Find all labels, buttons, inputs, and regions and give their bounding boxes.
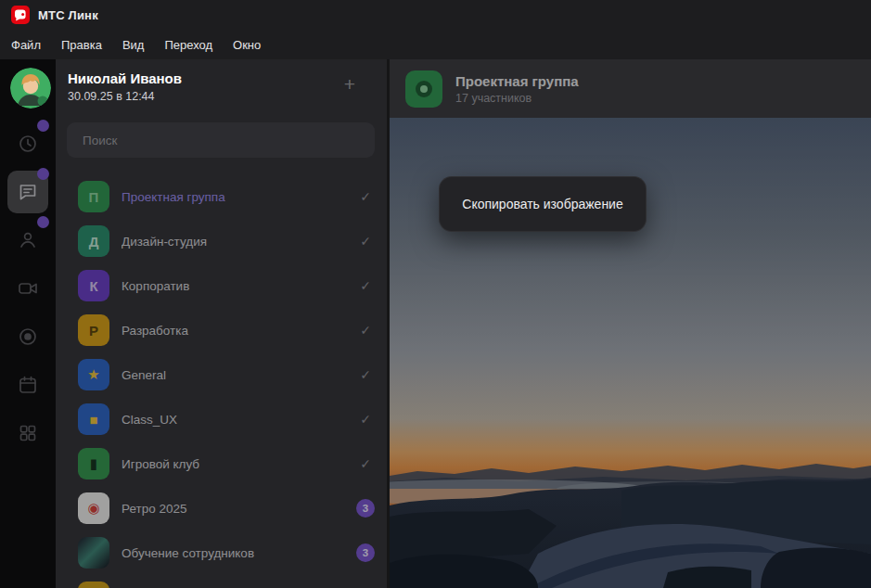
sidebar-rail xyxy=(0,59,56,588)
chats-icon xyxy=(17,181,39,203)
chat-avatar: К xyxy=(78,270,109,301)
app-body: Николай Иванов 30.09.25 в 12:44 + Поиск … xyxy=(0,59,871,588)
chat-list-item[interactable]: ■Class_UX✓ xyxy=(56,397,387,441)
context-menu-item-copy-image[interactable]: Скопировать изображение xyxy=(456,196,628,212)
chat-avatar xyxy=(78,537,109,569)
sidebar-item-meetings[interactable] xyxy=(7,267,48,310)
chat-avatar: ▮ xyxy=(78,448,109,479)
sidebar-item-history[interactable] xyxy=(7,122,48,165)
sidebar-item-calendar[interactable] xyxy=(7,364,48,406)
context-menu: Скопировать изображение xyxy=(439,176,647,232)
profile-name: Николай Иванов xyxy=(68,70,182,86)
contacts-icon xyxy=(17,229,39,251)
meetings-icon xyxy=(17,277,39,300)
chat-list-item[interactable]: ККорпоратив✓ xyxy=(56,263,387,308)
menu-правка[interactable]: Правка xyxy=(51,32,112,57)
chat-list-item[interactable]: ★General✓ xyxy=(56,352,387,397)
window-title: МТС Линк xyxy=(38,8,98,22)
boards-icon xyxy=(17,422,39,444)
chat-name: Игровой клуб xyxy=(122,457,344,471)
chat-avatar: ★ xyxy=(78,359,109,390)
sidebar-item-contacts[interactable] xyxy=(7,219,48,262)
chat-list-item[interactable]: ППроектная группа✓ xyxy=(56,174,387,219)
sidebar-rail-items xyxy=(0,122,56,460)
chat-list-item[interactable]: ◉Ретро 20253 xyxy=(56,486,387,530)
search-placeholder: Поиск xyxy=(83,134,117,147)
conversation-area: Проектная группа 17 участников xyxy=(390,59,871,588)
search-input[interactable]: Поиск xyxy=(67,122,375,158)
conversation-header[interactable]: Проектная группа 17 участников xyxy=(390,59,871,118)
read-check-icon: ✓ xyxy=(344,411,387,428)
read-check-icon: ✓ xyxy=(344,188,387,205)
record-icon xyxy=(17,326,39,348)
chat-avatar: Д xyxy=(78,225,109,257)
chat-list-item[interactable]: Обучение сотрудников3 xyxy=(56,530,387,575)
history-icon xyxy=(17,133,39,155)
chat-name: Обучение сотрудников xyxy=(122,546,344,560)
unread-count-badge: 3 xyxy=(344,499,387,518)
sidebar-item-chats[interactable] xyxy=(7,171,48,213)
read-check-icon: ✓ xyxy=(344,277,387,294)
notification-badge xyxy=(37,120,49,132)
sidebar-item-boards[interactable] xyxy=(7,412,48,454)
notification-badge xyxy=(37,168,49,180)
chat-avatar: ◉ xyxy=(78,492,109,524)
chat-panel: Николай Иванов 30.09.25 в 12:44 + Поиск … xyxy=(56,59,387,588)
profile-header[interactable]: Николай Иванов 30.09.25 в 12:44 xyxy=(68,70,182,103)
notification-badge xyxy=(37,216,49,228)
user-avatar[interactable] xyxy=(10,68,51,109)
chat-list-item[interactable] xyxy=(56,575,387,588)
menu-окно[interactable]: Окно xyxy=(223,32,271,57)
read-check-icon: ✓ xyxy=(344,366,387,383)
menu-bar: ФайлПравкаВидПереходОкно xyxy=(0,30,871,59)
chat-list: ППроектная группа✓ДДизайн-студия✓ККорпор… xyxy=(56,174,387,588)
menu-вид[interactable]: Вид xyxy=(112,32,155,57)
unread-count-badge: 3 xyxy=(344,543,387,562)
chat-name: Ретро 2025 xyxy=(122,502,344,516)
chat-name: Дизайн-студия xyxy=(122,235,344,249)
read-check-icon: ✓ xyxy=(344,455,387,472)
chat-name: Корпоратив xyxy=(122,279,344,293)
new-chat-button[interactable]: + xyxy=(339,74,361,95)
chat-avatar: ■ xyxy=(78,403,109,435)
conversation-avatar xyxy=(405,70,442,108)
menu-файл[interactable]: Файл xyxy=(0,32,51,57)
menu-переход[interactable]: Переход xyxy=(154,32,223,57)
title-bar: МТС Линк xyxy=(0,0,871,30)
read-check-icon: ✓ xyxy=(344,322,387,339)
chat-avatar: П xyxy=(78,181,109,212)
conversation-subtitle: 17 участников xyxy=(455,92,579,105)
app-logo-icon xyxy=(11,6,30,24)
chat-name: Проектная группа xyxy=(122,190,344,204)
conversation-title: Проектная группа xyxy=(455,73,579,89)
calendar-icon xyxy=(17,374,39,396)
chat-list-item[interactable]: ДДизайн-студия✓ xyxy=(56,219,387,263)
sidebar-item-record[interactable] xyxy=(7,315,48,358)
chat-avatar: Р xyxy=(78,314,109,346)
chat-avatar xyxy=(78,582,109,588)
chat-list-item[interactable]: РРазработка✓ xyxy=(56,308,387,352)
chat-name: General xyxy=(122,368,344,382)
chat-list-item[interactable]: ▮Игровой клуб✓ xyxy=(56,441,387,486)
profile-timestamp: 30.09.25 в 12:44 xyxy=(68,90,182,103)
read-check-icon: ✓ xyxy=(344,233,387,249)
chat-name: Class_UX xyxy=(122,413,344,427)
chat-name: Разработка xyxy=(122,324,344,338)
